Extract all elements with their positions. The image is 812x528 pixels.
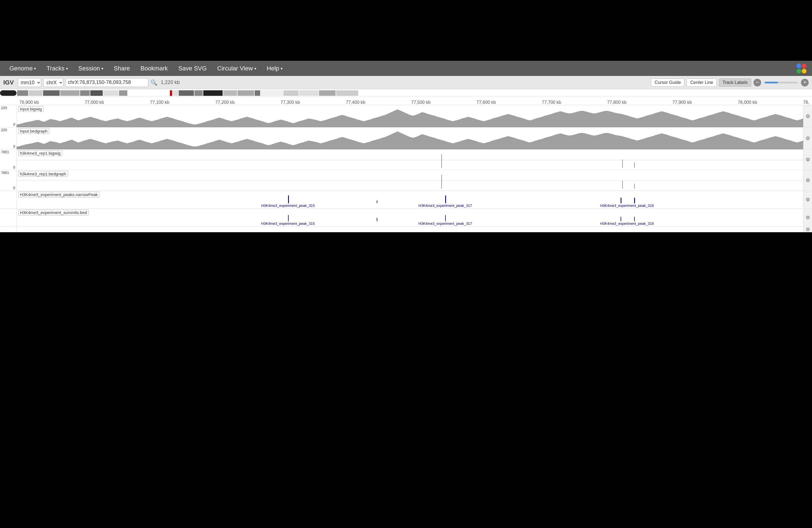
bottom-black-bar [0,232,812,398]
google-icon [797,63,807,73]
google-dot-blue [797,63,801,68]
igv-app: Genome ▾ Tracks ▾ Session ▾ Share Bookma… [0,61,812,232]
peak-bar-thin [377,201,377,203]
peak-bar-317 [445,195,446,203]
track-row-h3k4me3-bigwig: 7851 0 h3k4me3_rep1.bigwig ⚙ [0,149,812,170]
track-min-2: 0 [13,144,15,149]
track-content-peaks[interactable]: H3K4me3_experiment_peaks.narrowPeak H3K4… [17,191,803,209]
svg-rect-1 [17,90,28,96]
google-icon-area [797,63,807,73]
track-label-h3k4me3-bedgraph: 7851 0 [0,170,17,191]
track-content-h3k4me3-bigwig[interactable]: h3k4me3_rep1.bigwig [17,149,803,170]
track-gear-3[interactable]: ⚙ [803,149,812,170]
menu-circular-view[interactable]: Circular View ▾ [213,63,260,74]
track-gear-6[interactable]: ⚙ [803,209,812,226]
track-gear-2[interactable]: ⚙ [803,127,812,149]
track-name-badge-4: h3k4me3_rep1.bedgraph [18,171,68,177]
track-label-partial [0,227,17,232]
track-row-input-bedgraph: 225 0 input.bedgraph ⚙ [0,127,812,149]
menu-tracks-label: Tracks [46,65,64,72]
svg-rect-0 [0,90,17,96]
center-line-button[interactable]: Center Line [686,78,717,87]
peak-label-318: H3K4me3_experiment_peak_318 [600,204,654,208]
track-name-badge-2: input.bedgraph [18,128,49,134]
svg-rect-10 [173,90,178,96]
track-gear-1[interactable]: ⚙ [803,105,812,127]
svg-rect-4 [60,90,79,96]
spike-3b [622,160,623,168]
zoom-slider[interactable] [765,82,798,84]
summit-bar-315 [288,215,289,221]
menu-circular-arrow: ▾ [255,66,256,71]
genome-select[interactable]: mm10 [18,78,41,87]
dashed-line-3 [17,160,803,160]
menu-genome-arrow: ▾ [34,66,36,71]
zoom-in-button[interactable]: + [801,79,809,86]
track-labels-button[interactable]: Track Labels [719,78,751,87]
menu-session-arrow: ▾ [101,66,103,71]
track-name-badge-1: input.bigwig [18,106,43,112]
track-row-peaks: H3K4me3_experiment_peaks.narrowPeak H3K4… [0,191,812,209]
track-min-3: 0 [13,165,15,169]
track-content-input-bedgraph[interactable]: input.bedgraph [17,127,803,149]
menu-save-svg[interactable]: Save SVG [175,63,211,74]
locus-input[interactable] [66,78,148,87]
menu-session[interactable]: Session ▾ [75,63,107,74]
svg-rect-15 [237,90,254,96]
track-row-h3k4me3-bedgraph: 7851 0 h3k4me3_rep1.bedgraph ⚙ [0,170,812,191]
menu-save-svg-label: Save SVG [178,65,207,72]
google-dot-red [802,63,807,68]
menu-help[interactable]: Help ▾ [263,63,286,74]
track-content-h3k4me3-bedgraph[interactable]: h3k4me3_rep1.bedgraph [17,170,803,191]
track-content-summits[interactable]: H3K4me3_experiment_summits.bed H3K4me3_e… [17,209,803,227]
menu-help-label: Help [267,65,279,72]
svg-rect-17 [261,90,283,96]
summit-label-317: H3K4me3_experiment_peak_317 [418,221,472,225]
menu-share[interactable]: Share [110,63,134,74]
track-label-summits [0,209,17,226]
cursor-guide-button[interactable]: Cursor Guide [651,78,684,87]
peak-label-317: H3K4me3_experiment_peak_317 [418,204,472,208]
svg-rect-7 [103,90,118,96]
svg-rect-20 [319,90,336,96]
menu-bookmark[interactable]: Bookmark [137,63,172,74]
svg-rect-9 [170,90,172,96]
menu-bar: Genome ▾ Tracks ▾ Session ▾ Share Bookma… [0,61,812,76]
genome-ruler: 76,900 kb 77,000 kb 77,100 kb 77,200 kb … [0,97,812,105]
peak-bar-315 [288,195,289,203]
menu-tracks[interactable]: Tracks ▾ [43,63,72,74]
track-label-input-bedgraph: 225 0 [0,127,17,149]
track-content-input-bigwig[interactable]: input.bigwig [17,105,803,127]
menu-genome[interactable]: Genome ▾ [5,63,40,74]
google-dot-yellow [802,69,807,73]
svg-rect-21 [336,90,358,96]
track-name-badge-6: H3K4me3_experiment_summits.bed [18,210,89,216]
peak-bar-318a [621,198,621,203]
igv-logo: IGV [3,79,14,86]
menu-genome-label: Genome [10,65,33,72]
track-gear-5[interactable]: ⚙ [803,191,812,208]
track-label-input-bigwig: 225 0 [0,105,17,127]
svg-rect-3 [43,90,60,96]
track-gear-4[interactable]: ⚙ [803,170,812,191]
chromosome-ideogram[interactable] [0,89,812,97]
ruler-labels: 76,900 kb 77,000 kb 77,100 kb 77,200 kb … [17,100,812,105]
track-row-summits: H3K4me3_experiment_summits.bed H3K4me3_e… [0,209,812,227]
track-gear-partial[interactable]: ⚙ [803,227,812,232]
svg-rect-11 [179,90,194,96]
spike-3c [634,162,635,168]
track-max-3: 7851 [1,150,15,154]
summit-label-318: H3K4me3_experiment_peak_318 [600,221,654,225]
signal-svg-2 [17,127,803,149]
track-max-1: 225 [1,106,15,110]
summit-bar-thin [377,218,377,221]
menu-circular-view-label: Circular View [217,65,253,72]
svg-rect-13 [203,90,222,96]
svg-rect-2 [29,90,43,96]
search-button[interactable]: 🔍 [150,79,157,86]
zoom-out-button[interactable]: − [753,79,761,86]
summit-bar-317 [445,215,446,221]
menu-session-label: Session [78,65,100,72]
track-min-1: 0 [13,122,15,127]
chromosome-select[interactable]: chrX [43,78,63,87]
